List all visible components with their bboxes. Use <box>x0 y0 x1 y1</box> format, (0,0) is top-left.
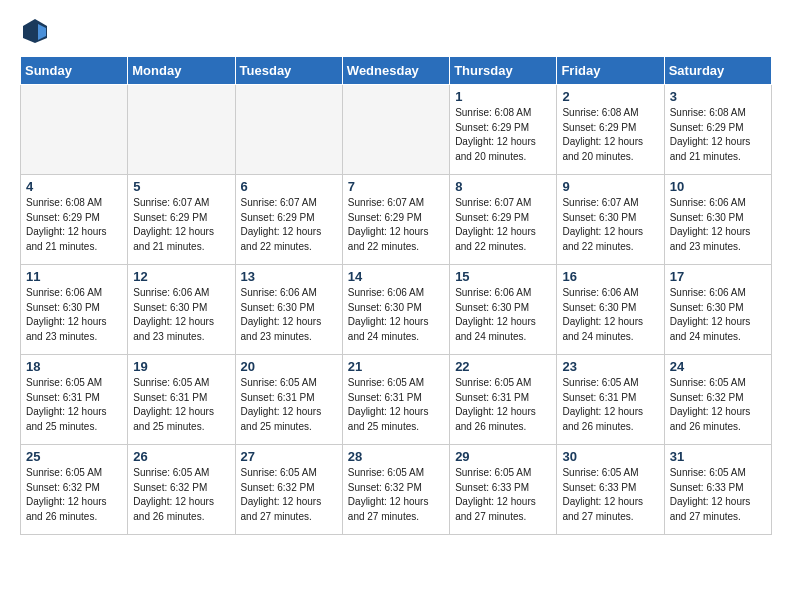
day-header: Monday <box>128 57 235 85</box>
day-header: Tuesday <box>235 57 342 85</box>
calendar-cell: 3Sunrise: 6:08 AM Sunset: 6:29 PM Daylig… <box>664 85 771 175</box>
logo <box>20 16 54 46</box>
day-number: 23 <box>562 359 658 374</box>
calendar-cell: 25Sunrise: 6:05 AM Sunset: 6:32 PM Dayli… <box>21 445 128 535</box>
day-info: Sunrise: 6:05 AM Sunset: 6:31 PM Dayligh… <box>26 376 122 434</box>
day-number: 27 <box>241 449 337 464</box>
day-info: Sunrise: 6:05 AM Sunset: 6:32 PM Dayligh… <box>241 466 337 524</box>
day-info: Sunrise: 6:06 AM Sunset: 6:30 PM Dayligh… <box>26 286 122 344</box>
day-number: 29 <box>455 449 551 464</box>
header <box>20 16 772 46</box>
day-info: Sunrise: 6:05 AM Sunset: 6:33 PM Dayligh… <box>455 466 551 524</box>
day-info: Sunrise: 6:06 AM Sunset: 6:30 PM Dayligh… <box>670 286 766 344</box>
day-number: 15 <box>455 269 551 284</box>
calendar-cell: 24Sunrise: 6:05 AM Sunset: 6:32 PM Dayli… <box>664 355 771 445</box>
day-number: 1 <box>455 89 551 104</box>
day-header: Friday <box>557 57 664 85</box>
day-number: 3 <box>670 89 766 104</box>
day-number: 12 <box>133 269 229 284</box>
day-number: 31 <box>670 449 766 464</box>
day-info: Sunrise: 6:08 AM Sunset: 6:29 PM Dayligh… <box>455 106 551 164</box>
day-info: Sunrise: 6:05 AM Sunset: 6:32 PM Dayligh… <box>348 466 444 524</box>
day-number: 14 <box>348 269 444 284</box>
day-number: 4 <box>26 179 122 194</box>
day-info: Sunrise: 6:08 AM Sunset: 6:29 PM Dayligh… <box>670 106 766 164</box>
day-info: Sunrise: 6:05 AM Sunset: 6:33 PM Dayligh… <box>670 466 766 524</box>
day-number: 20 <box>241 359 337 374</box>
logo-icon <box>20 16 50 46</box>
day-header: Thursday <box>450 57 557 85</box>
calendar-cell <box>128 85 235 175</box>
calendar-cell: 20Sunrise: 6:05 AM Sunset: 6:31 PM Dayli… <box>235 355 342 445</box>
day-info: Sunrise: 6:08 AM Sunset: 6:29 PM Dayligh… <box>562 106 658 164</box>
day-info: Sunrise: 6:05 AM Sunset: 6:32 PM Dayligh… <box>670 376 766 434</box>
calendar-cell: 19Sunrise: 6:05 AM Sunset: 6:31 PM Dayli… <box>128 355 235 445</box>
calendar-cell: 1Sunrise: 6:08 AM Sunset: 6:29 PM Daylig… <box>450 85 557 175</box>
day-info: Sunrise: 6:05 AM Sunset: 6:31 PM Dayligh… <box>562 376 658 434</box>
day-number: 2 <box>562 89 658 104</box>
calendar-cell: 15Sunrise: 6:06 AM Sunset: 6:30 PM Dayli… <box>450 265 557 355</box>
calendar-cell: 7Sunrise: 6:07 AM Sunset: 6:29 PM Daylig… <box>342 175 449 265</box>
day-number: 28 <box>348 449 444 464</box>
calendar-cell: 12Sunrise: 6:06 AM Sunset: 6:30 PM Dayli… <box>128 265 235 355</box>
day-info: Sunrise: 6:07 AM Sunset: 6:30 PM Dayligh… <box>562 196 658 254</box>
calendar-cell: 29Sunrise: 6:05 AM Sunset: 6:33 PM Dayli… <box>450 445 557 535</box>
day-header: Sunday <box>21 57 128 85</box>
day-info: Sunrise: 6:05 AM Sunset: 6:33 PM Dayligh… <box>562 466 658 524</box>
calendar-cell: 5Sunrise: 6:07 AM Sunset: 6:29 PM Daylig… <box>128 175 235 265</box>
calendar-cell: 22Sunrise: 6:05 AM Sunset: 6:31 PM Dayli… <box>450 355 557 445</box>
calendar-week-row: 11Sunrise: 6:06 AM Sunset: 6:30 PM Dayli… <box>21 265 772 355</box>
calendar-cell <box>235 85 342 175</box>
calendar: SundayMondayTuesdayWednesdayThursdayFrid… <box>20 56 772 535</box>
day-info: Sunrise: 6:05 AM Sunset: 6:32 PM Dayligh… <box>133 466 229 524</box>
day-number: 22 <box>455 359 551 374</box>
calendar-cell: 9Sunrise: 6:07 AM Sunset: 6:30 PM Daylig… <box>557 175 664 265</box>
calendar-cell: 8Sunrise: 6:07 AM Sunset: 6:29 PM Daylig… <box>450 175 557 265</box>
calendar-cell: 30Sunrise: 6:05 AM Sunset: 6:33 PM Dayli… <box>557 445 664 535</box>
day-info: Sunrise: 6:07 AM Sunset: 6:29 PM Dayligh… <box>455 196 551 254</box>
day-number: 9 <box>562 179 658 194</box>
day-info: Sunrise: 6:07 AM Sunset: 6:29 PM Dayligh… <box>241 196 337 254</box>
day-number: 26 <box>133 449 229 464</box>
day-number: 7 <box>348 179 444 194</box>
calendar-cell <box>21 85 128 175</box>
day-number: 25 <box>26 449 122 464</box>
day-number: 18 <box>26 359 122 374</box>
calendar-cell: 23Sunrise: 6:05 AM Sunset: 6:31 PM Dayli… <box>557 355 664 445</box>
calendar-cell: 13Sunrise: 6:06 AM Sunset: 6:30 PM Dayli… <box>235 265 342 355</box>
page: SundayMondayTuesdayWednesdayThursdayFrid… <box>0 0 792 551</box>
day-number: 5 <box>133 179 229 194</box>
calendar-week-row: 4Sunrise: 6:08 AM Sunset: 6:29 PM Daylig… <box>21 175 772 265</box>
day-number: 11 <box>26 269 122 284</box>
calendar-cell: 26Sunrise: 6:05 AM Sunset: 6:32 PM Dayli… <box>128 445 235 535</box>
day-info: Sunrise: 6:06 AM Sunset: 6:30 PM Dayligh… <box>133 286 229 344</box>
calendar-cell: 16Sunrise: 6:06 AM Sunset: 6:30 PM Dayli… <box>557 265 664 355</box>
calendar-cell: 27Sunrise: 6:05 AM Sunset: 6:32 PM Dayli… <box>235 445 342 535</box>
day-info: Sunrise: 6:06 AM Sunset: 6:30 PM Dayligh… <box>348 286 444 344</box>
calendar-cell <box>342 85 449 175</box>
day-number: 17 <box>670 269 766 284</box>
calendar-cell: 18Sunrise: 6:05 AM Sunset: 6:31 PM Dayli… <box>21 355 128 445</box>
day-info: Sunrise: 6:08 AM Sunset: 6:29 PM Dayligh… <box>26 196 122 254</box>
day-number: 8 <box>455 179 551 194</box>
day-info: Sunrise: 6:06 AM Sunset: 6:30 PM Dayligh… <box>670 196 766 254</box>
day-info: Sunrise: 6:06 AM Sunset: 6:30 PM Dayligh… <box>241 286 337 344</box>
day-number: 19 <box>133 359 229 374</box>
day-number: 13 <box>241 269 337 284</box>
calendar-cell: 17Sunrise: 6:06 AM Sunset: 6:30 PM Dayli… <box>664 265 771 355</box>
calendar-week-row: 1Sunrise: 6:08 AM Sunset: 6:29 PM Daylig… <box>21 85 772 175</box>
calendar-cell: 21Sunrise: 6:05 AM Sunset: 6:31 PM Dayli… <box>342 355 449 445</box>
calendar-header-row: SundayMondayTuesdayWednesdayThursdayFrid… <box>21 57 772 85</box>
calendar-cell: 14Sunrise: 6:06 AM Sunset: 6:30 PM Dayli… <box>342 265 449 355</box>
day-number: 24 <box>670 359 766 374</box>
day-header: Wednesday <box>342 57 449 85</box>
calendar-cell: 2Sunrise: 6:08 AM Sunset: 6:29 PM Daylig… <box>557 85 664 175</box>
day-info: Sunrise: 6:06 AM Sunset: 6:30 PM Dayligh… <box>455 286 551 344</box>
day-info: Sunrise: 6:07 AM Sunset: 6:29 PM Dayligh… <box>348 196 444 254</box>
day-number: 16 <box>562 269 658 284</box>
calendar-week-row: 25Sunrise: 6:05 AM Sunset: 6:32 PM Dayli… <box>21 445 772 535</box>
day-number: 21 <box>348 359 444 374</box>
day-info: Sunrise: 6:05 AM Sunset: 6:31 PM Dayligh… <box>133 376 229 434</box>
calendar-week-row: 18Sunrise: 6:05 AM Sunset: 6:31 PM Dayli… <box>21 355 772 445</box>
day-info: Sunrise: 6:05 AM Sunset: 6:31 PM Dayligh… <box>348 376 444 434</box>
